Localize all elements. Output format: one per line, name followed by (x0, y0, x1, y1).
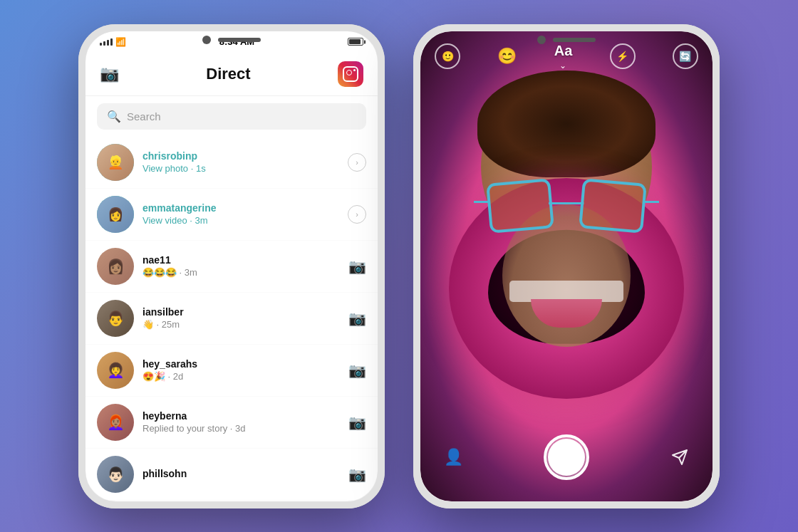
chevron-down-icon: ⌄ (559, 61, 566, 71)
camera-view: 🙂 😊 Aa ⌄ ⚡ 🔄 👤 (420, 31, 712, 501)
msg-content: iansilber 👋 · 25m (142, 306, 340, 330)
face-effect-icon[interactable]: 🙂 (435, 43, 460, 69)
avatar: 👩‍🦱 (97, 352, 134, 389)
msg-preview: 😍🎉 · 2d (142, 371, 340, 382)
msg-content: phillsohn (142, 468, 340, 481)
left-phone: 📶 8:34 AM 📷 Direct 🔍 Search (78, 24, 385, 508)
front-camera-dot (202, 36, 211, 44)
search-icon: 🔍 (107, 110, 121, 123)
glasses-frame (488, 181, 645, 238)
camera-header-icon[interactable]: 📷 (100, 65, 119, 83)
msg-content: nae11 😂😂😂 · 3m (142, 254, 340, 278)
flip-camera-icon[interactable]: 🔄 (673, 43, 698, 69)
avatar: 👩 (97, 196, 134, 233)
msg-content: chrisrobinp View photo · 1s (142, 150, 339, 174)
message-list: 👱 chrisrobinp View photo · 1s › 👩 (86, 137, 378, 501)
wifi-icon: 📶 (115, 37, 126, 47)
msg-preview: Replied to your story · 3d (142, 423, 340, 434)
glasses-left-lens (486, 179, 554, 234)
signal-icon (100, 38, 113, 46)
page-title: Direct (206, 65, 250, 83)
avatar: 👩🏽 (97, 248, 134, 285)
list-item[interactable]: 👩 emmatangerine View video · 3m › (86, 189, 378, 241)
avatar: 👱 (97, 144, 134, 181)
glasses-right-lens (579, 179, 647, 234)
profile-icon[interactable]: 👤 (442, 446, 465, 469)
search-placeholder: Search (127, 110, 161, 122)
list-item[interactable]: 👩‍🦱 hey_sarahs 😍🎉 · 2d 📷 (86, 345, 378, 397)
msg-name: hey_sarahs (142, 358, 340, 370)
shutter-button[interactable] (544, 434, 589, 480)
chevron-icon: › (348, 205, 366, 224)
glasses-bridge (549, 202, 584, 204)
send-icon[interactable] (668, 446, 691, 469)
list-item[interactable]: 👨 iansilber 👋 · 25m 📷 (86, 293, 378, 345)
camera-icon: 📷 (348, 258, 366, 275)
camera-icon: 📷 (348, 362, 366, 379)
msg-preview: 😂😂😂 · 3m (142, 267, 340, 278)
msg-name: heyberna (142, 410, 340, 422)
hair (477, 71, 656, 177)
search-bar[interactable]: 🔍 Search (97, 103, 366, 130)
chevron-icon: › (348, 153, 366, 172)
list-item[interactable]: 👩🏽‍🦰 heyberna Replied to your story · 3d… (86, 397, 378, 449)
list-item[interactable]: 👩🏽 nae11 😂😂😂 · 3m 📷 (86, 241, 378, 293)
sticker-icon[interactable]: 😊 (497, 47, 517, 66)
list-item[interactable]: 👱 chrisrobinp View photo · 1s › (86, 137, 378, 189)
app-container: 📶 8:34 AM 📷 Direct 🔍 Search (78, 24, 720, 508)
camera-icon: 📷 (348, 414, 366, 431)
camera-icon: 📷 (348, 310, 366, 327)
msg-name: nae11 (142, 254, 340, 266)
flash-icon[interactable]: ⚡ (610, 43, 636, 69)
avatar: 👩🏽‍🦰 (97, 404, 134, 441)
msg-content: heyberna Replied to your story · 3d (142, 410, 340, 434)
msg-name: phillsohn (142, 468, 340, 479)
msg-name: chrisrobinp (142, 150, 339, 162)
battery-icon (348, 38, 363, 46)
camera-toolbar-bottom: 👤 (420, 420, 712, 501)
app-header: 📷 Direct (86, 53, 378, 96)
msg-preview: 👋 · 25m (142, 319, 340, 330)
text-tool-btn[interactable]: Aa ⌄ (554, 43, 573, 71)
msg-name: emmatangerine (142, 202, 339, 214)
msg-content: emmatangerine View video · 3m (142, 202, 339, 226)
camera-toolbar-top: 🙂 😊 Aa ⌄ ⚡ 🔄 (420, 31, 712, 82)
speaker (218, 38, 261, 42)
msg-preview: View video · 3m (142, 215, 339, 226)
msg-preview: View photo · 1s (142, 163, 339, 174)
instagram-logo[interactable] (338, 61, 363, 87)
msg-content: hey_sarahs 😍🎉 · 2d (142, 358, 340, 382)
avatar: 👨 (97, 300, 134, 337)
list-item[interactable]: 👨🏻 phillsohn 📷 (86, 449, 378, 501)
right-phone: 🙂 😊 Aa ⌄ ⚡ 🔄 👤 (413, 24, 720, 508)
avatar: 👨🏻 (97, 456, 134, 493)
camera-icon: 📷 (348, 466, 366, 483)
msg-name: iansilber (142, 306, 340, 318)
